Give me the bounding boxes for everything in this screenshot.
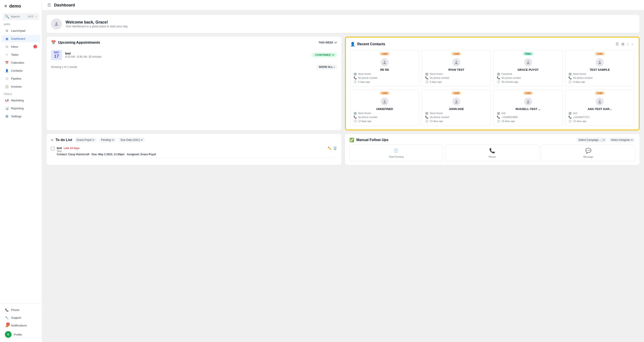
recent-contacts-card: 👤 Recent Contacts ☰ ⊞ ‹ › Lead: [345, 37, 640, 130]
sidebar-item-support[interactable]: 🔧 Support: [1, 314, 40, 321]
contact-card-7[interactable]: Lead ANA-TEST GAR... 🏢 test 📞 +191849772…: [565, 89, 634, 126]
sidebar-label: Launchpad: [11, 29, 25, 32]
sidebar-item-contacts[interactable]: 👤 Contacts: [1, 67, 40, 74]
contact-time: 🕐 14 days ago: [568, 119, 631, 123]
contact-company: 🏢 test: [497, 112, 559, 115]
sidebar-item-tasks[interactable]: ✓ Tasks: [1, 51, 40, 58]
main-content: ☰ Dashboard Welcome back, Grace! Your da…: [42, 0, 644, 342]
show-all-label: SHOW ALL: [319, 65, 333, 69]
reporting-icon: 📊: [5, 106, 9, 110]
this-week-filter[interactable]: THIS WEEK: [318, 41, 337, 44]
sidebar-item-phone[interactable]: 📞 Phone: [1, 306, 40, 314]
appointments-header: 📅 Upcoming Appointments THIS WEEK: [51, 40, 337, 45]
contact-card-5[interactable]: Lead JOHN DOE 🏢 None found 📞 No phone nu…: [422, 89, 491, 126]
contact-avatar: [596, 98, 604, 106]
list-view-button[interactable]: ☰: [615, 41, 620, 47]
appointment-time: 8:10 AM - 8:40 AM, 30 minutes: [65, 55, 308, 58]
phone-icon: 📞: [425, 116, 428, 119]
contact-card-3[interactable]: Lead TEST SAMPLE 🏢 None found 📞 No phone…: [565, 50, 634, 87]
manual-pending-card[interactable]: ☰ Total Pending: [349, 145, 443, 161]
sidebar-item-launchpad[interactable]: ⊞ Launchpad: [1, 27, 40, 34]
contact-company: 🏢 None found: [354, 112, 416, 115]
show-all-button[interactable]: SHOW ALL ›: [316, 65, 337, 69]
contact-avatar: [524, 58, 532, 66]
svg-point-4: [527, 61, 529, 63]
sidebar-item-marketing[interactable]: 📢 Marketing: [1, 96, 40, 104]
appointment-item: WED 17 test 8:10 AM - 8:40 AM, 30 minute…: [51, 48, 337, 62]
manual-phone-card[interactable]: 📞 Phone: [445, 145, 539, 161]
contact-badge: Lead: [452, 91, 461, 95]
contact-name: RUSSELL-TEST ...: [497, 107, 559, 111]
sidebar-item-notifications[interactable]: 🔔 Notifications 4: [1, 322, 40, 329]
sidebar-item-inbox[interactable]: ⊡ Inbox 1: [1, 43, 40, 50]
status-filter[interactable]: Pending: [99, 137, 116, 142]
assignee-filter[interactable]: Grace Puyot: [74, 137, 97, 142]
todo-card: ≡ To do List Grace Puyot Pending Due Dat…: [46, 134, 342, 165]
status-label: Pending: [101, 138, 111, 141]
building-icon: 🏢: [354, 72, 357, 75]
confirmed-badge[interactable]: CONFIRMED: [312, 53, 337, 57]
assignee-filter-manual[interactable]: Select Assignee: [609, 137, 635, 142]
appointments-title: Upcoming Appointments: [58, 41, 100, 45]
page-title: Dashboard: [54, 3, 75, 8]
sidebar-item-dashboard[interactable]: ▦ Dashboard: [1, 35, 40, 42]
welcome-title: Welcome back, Grace!: [66, 20, 128, 25]
app-logo: ≡ demo: [0, 0, 42, 12]
contact-badge: Lead: [523, 91, 533, 95]
showing-text: Showing 1 of 1 results: [51, 65, 77, 69]
sidebar-label: Inbox: [11, 45, 18, 48]
contact-card-1[interactable]: Lead RYAN TEST 🏢 None found 📞 No phone n…: [422, 50, 491, 87]
contacts-icon: 👤: [5, 69, 9, 73]
contact-card-4[interactable]: Lead UNDEFINED 🏢 None found 📞 No phone n…: [350, 89, 419, 126]
contact-card-2[interactable]: Team GRACE PUYOT 🏢 Facebook 📞 No phone n…: [494, 50, 563, 87]
upcoming-appointments-card: 📅 Upcoming Appointments THIS WEEK WED 17: [46, 37, 342, 130]
hamburger-icon[interactable]: ☰: [48, 3, 51, 8]
edit-todo-button[interactable]: ✏️: [328, 146, 332, 150]
prev-contacts-button[interactable]: ‹: [626, 42, 630, 47]
svg-point-6: [384, 100, 386, 102]
contacts-title: Recent Contacts: [357, 42, 385, 46]
campaign-filter[interactable]: Select Campaign ...: [576, 137, 607, 142]
sidebar-item-calendars[interactable]: 📅 Calendars: [1, 59, 40, 66]
contact-card-0[interactable]: Lead RE RE 🏢 None found 📞 No phone numbe…: [350, 50, 419, 87]
clock-icon: 🕐: [354, 119, 357, 123]
notifications-badge: 4: [6, 322, 10, 326]
contact-badge: Lead: [452, 52, 461, 55]
grid-view-button[interactable]: ⊞: [620, 41, 625, 47]
contacts-header: 👤 Recent Contacts ☰ ⊞ ‹ ›: [350, 41, 634, 47]
sidebar-item-settings[interactable]: ⚙️ Settings: [1, 112, 40, 120]
sidebar-label: Notifications: [11, 324, 27, 327]
svg-point-0: [56, 22, 58, 24]
sidebar-item-profile[interactable]: G Profile: [1, 329, 40, 339]
next-contacts-button[interactable]: ›: [630, 42, 634, 47]
inbox-badge: 1: [34, 45, 37, 48]
search-shortcut: ctrl K: [27, 15, 34, 18]
sidebar-label: Profile: [14, 333, 22, 336]
sidebar-item-pipeline[interactable]: ⬡ Pipeline: [1, 75, 40, 82]
contact-card-6[interactable]: Lead RUSSELL-TEST ... 🏢 test 📞 +19188524…: [494, 89, 563, 126]
contact-badge: Lead: [595, 52, 604, 55]
todo-desc: Test: [57, 150, 326, 153]
building-icon: 🏢: [425, 72, 428, 75]
view-toggle: ☰ ⊞ ‹ ›: [615, 41, 634, 47]
sidebar-label: Marketing: [11, 99, 24, 102]
sidebar-item-reporting[interactable]: 📊 Reporting: [1, 104, 40, 112]
contact-time: 🕐 6 days ago: [425, 80, 488, 83]
todo-checkbox[interactable]: [51, 147, 54, 150]
contact-phone: 📞 +19184977271: [568, 116, 631, 119]
contact-company: 🏢 None found: [425, 72, 488, 75]
contact-time: 🕐 4 days ago: [354, 80, 416, 83]
app-name: demo: [9, 4, 21, 9]
contact-phone: 📞 No phone number: [497, 76, 559, 79]
building-icon: 🏢: [354, 112, 357, 115]
search-bar[interactable]: 🔍 Search ctrl K ↑: [3, 13, 39, 20]
manual-message-card[interactable]: 💬 Message: [542, 145, 635, 161]
due-filter[interactable]: Due Date (ASC): [118, 137, 145, 142]
sidebar-item-invoices[interactable]: 📋 Invoices: [1, 83, 40, 90]
delete-todo-button[interactable]: 🗑️: [333, 146, 337, 150]
clock-icon: 🕐: [497, 80, 500, 83]
todo-late: Late 14 days: [64, 147, 80, 150]
clock-icon: 🕐: [354, 80, 357, 83]
contact-badge: Lead: [380, 52, 390, 55]
appointment-day: WED: [53, 51, 60, 54]
